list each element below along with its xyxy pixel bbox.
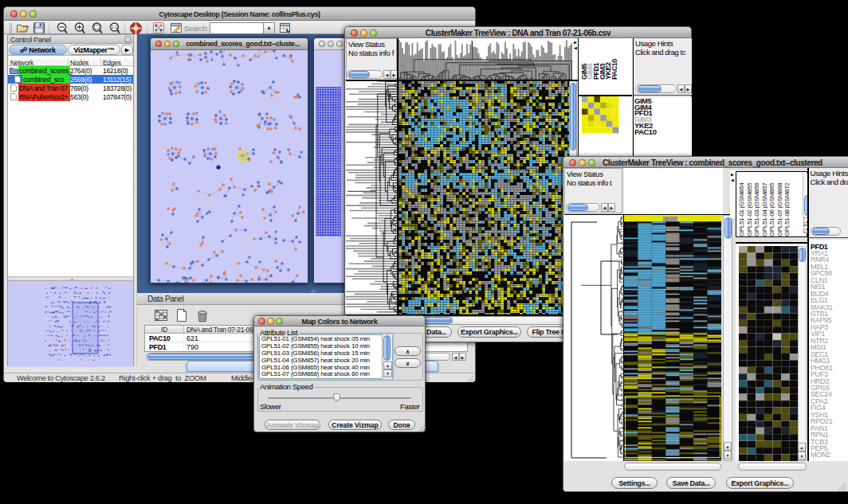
svg-text:1:1: 1:1 bbox=[112, 25, 118, 29]
